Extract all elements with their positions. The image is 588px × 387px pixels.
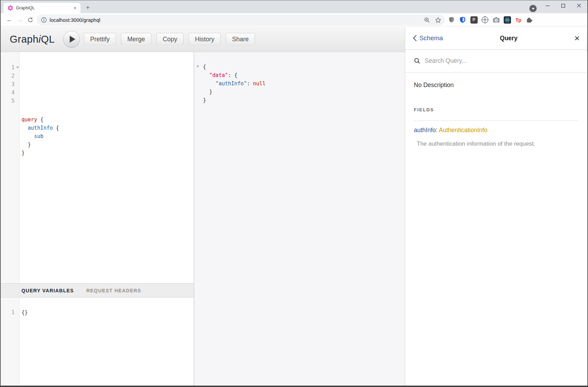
url-text[interactable]: localhost:3000/graphql <box>50 17 424 23</box>
window-border-left <box>0 0 1 387</box>
graphiql-logo: GraphiQL <box>10 27 55 52</box>
tab-close-icon[interactable]: × <box>72 5 78 11</box>
tab-request-headers[interactable]: REQUEST HEADERS <box>86 288 141 293</box>
prettify-button[interactable]: Prettify <box>84 33 116 45</box>
fold-arrow-icon[interactable] <box>16 67 19 69</box>
field-name-link[interactable]: authInfo <box>414 127 436 134</box>
window-border-top <box>0 0 588 0</box>
close-button[interactable] <box>571 0 587 11</box>
history-button[interactable]: History <box>189 33 221 45</box>
fold-arrow-icon[interactable] <box>196 66 199 68</box>
chevron-down-icon <box>532 8 535 10</box>
doc-explorer-panel: Schema Query × No Description FIELDS aut… <box>405 27 587 386</box>
field-description: The authentication information of the re… <box>417 140 578 147</box>
bookmark-star-icon[interactable] <box>435 17 441 23</box>
ext-react-devtools-icon[interactable] <box>503 16 511 24</box>
tab-query-variables[interactable]: QUERY VARIABLES <box>22 288 74 293</box>
window-controls <box>540 0 587 11</box>
doc-body: No Description FIELDS authInfo: Authenti… <box>405 72 587 147</box>
ext-tp-icon[interactable]: Tp <box>514 16 522 24</box>
status-chevron-icon[interactable] <box>529 5 537 12</box>
ext-camera-icon[interactable] <box>492 16 500 24</box>
doc-title: Query <box>443 35 574 42</box>
ext-crosshair-icon[interactable] <box>481 16 489 24</box>
doc-search-row <box>405 50 587 72</box>
doc-explorer-header: Schema Query × <box>405 27 587 50</box>
browser-window: GraphiQL × + ← → <box>0 0 588 387</box>
type-description: No Description <box>414 81 578 89</box>
doc-back-link[interactable]: Schema <box>413 34 443 42</box>
bottom-tab-bar: QUERY VARIABLES REQUEST HEADERS <box>1 283 194 298</box>
execute-query-button[interactable] <box>63 31 80 48</box>
variables-editor[interactable]: 1 {} <box>1 298 194 386</box>
field-item: authInfo: AuthenticationInfo <box>414 127 578 134</box>
play-icon <box>70 36 75 43</box>
fields-heading: FIELDS <box>414 107 578 112</box>
result-viewer: { "data": { "authInfo": null } } <box>194 52 405 386</box>
graphql-favicon-icon <box>8 5 13 11</box>
extensions-puzzle-icon[interactable] <box>525 16 534 24</box>
maximize-button[interactable] <box>555 0 571 11</box>
copy-button[interactable]: Copy <box>156 33 184 45</box>
window-border-bottom <box>0 386 588 387</box>
doc-close-icon[interactable]: × <box>574 34 580 43</box>
zoom-icon[interactable] <box>424 17 430 23</box>
tab-strip: GraphiQL × + <box>1 0 587 13</box>
new-tab-button[interactable]: + <box>83 3 92 12</box>
type-name-link[interactable]: AuthenticationInfo <box>439 127 487 134</box>
reload-button[interactable] <box>25 13 35 26</box>
query-editor[interactable]: 1 2 3 4 5 query { authInfo { sub } } <box>1 52 194 283</box>
line-number-gutter: 1 2 3 4 5 <box>1 52 20 283</box>
address-bar[interactable]: localhost:3000/graphql <box>37 15 445 25</box>
merge-button[interactable]: Merge <box>121 33 151 45</box>
doc-search-input[interactable] <box>425 57 578 64</box>
browser-toolbar: ← → localhost:3000/graphql <box>1 13 587 26</box>
share-button[interactable]: Share <box>226 33 255 45</box>
line-number-gutter: 1 <box>1 298 20 386</box>
search-icon <box>414 58 420 64</box>
browser-tab[interactable]: GraphiQL × <box>3 3 80 13</box>
forward-button[interactable]: → <box>15 13 25 26</box>
info-icon[interactable] <box>41 17 47 23</box>
ext-shield-icon[interactable] <box>447 16 455 24</box>
back-button[interactable]: ← <box>4 13 15 26</box>
tab-title: GraphiQL <box>16 6 72 10</box>
ext-p-icon[interactable]: P <box>470 16 478 24</box>
ext-bitwarden-icon[interactable] <box>458 16 467 24</box>
fields-divider <box>414 120 578 121</box>
doc-back-label: Schema <box>419 34 443 42</box>
chevron-left-icon <box>413 35 417 41</box>
minimize-button[interactable] <box>540 0 555 11</box>
